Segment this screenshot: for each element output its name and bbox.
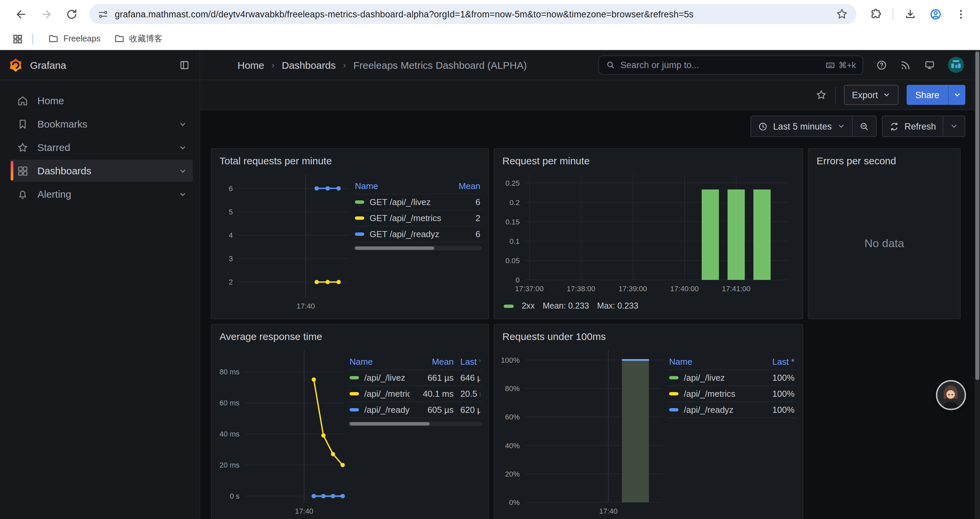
legend-column-header[interactable]: Last * xyxy=(460,357,480,367)
series-name[interactable]: 2xx xyxy=(522,301,535,311)
back-button[interactable] xyxy=(13,6,29,22)
series-swatch[interactable] xyxy=(355,200,364,204)
series-swatch[interactable] xyxy=(355,232,364,236)
refresh-icon xyxy=(889,121,899,131)
legend-column-header[interactable]: Last * xyxy=(764,357,795,367)
series-swatch[interactable] xyxy=(669,408,678,412)
url-text[interactable]: grafana.mathmast.com/d/deytv4rwavabkb/fr… xyxy=(115,9,830,19)
sidebar-item-alerting[interactable]: Alerting xyxy=(11,183,193,205)
series-name[interactable]: GET /api/_/metrics xyxy=(369,213,441,223)
legend-column-header[interactable]: Mean xyxy=(416,357,453,367)
sidebar-item-dashboards[interactable]: Dashboards xyxy=(11,160,193,182)
series-name[interactable]: /api/_/livez xyxy=(684,373,725,383)
panel-title[interactable]: Total requests per minute xyxy=(212,149,488,169)
brand-name[interactable]: Grafana xyxy=(30,59,66,70)
floating-avatar[interactable] xyxy=(936,380,966,410)
search-input[interactable]: Search or jump to... ⌘+k xyxy=(598,55,863,75)
data-point xyxy=(326,186,330,191)
chevron-down-icon[interactable] xyxy=(178,189,188,199)
zoom-out-button[interactable] xyxy=(852,116,876,136)
page-scrollbar[interactable] xyxy=(975,50,980,519)
legend-column-header[interactable]: Name xyxy=(355,181,444,191)
series-swatch[interactable] xyxy=(350,408,359,412)
apps-button[interactable] xyxy=(10,31,25,47)
chart-average-response-time[interactable]: 80 ms60 ms40 ms20 ms0 s17:40 xyxy=(215,345,348,518)
extensions-button[interactable] xyxy=(868,6,884,22)
series-swatch[interactable] xyxy=(669,376,678,379)
bookmark-star-icon[interactable] xyxy=(835,7,849,21)
forward-button[interactable] xyxy=(38,6,54,22)
legend-scrollbar[interactable] xyxy=(348,422,482,426)
share-button[interactable]: Share xyxy=(907,85,948,105)
screen: grafana.mathmast.com/d/deytv4rwavabkb/fr… xyxy=(0,0,980,519)
series-swatch[interactable] xyxy=(669,392,678,395)
series-name[interactable]: GET /api/_/livez xyxy=(369,197,431,207)
panel-average-response-time[interactable]: Average response time 80 ms60 ms40 ms20 … xyxy=(211,324,489,519)
chevron-down-icon xyxy=(883,91,891,99)
series-name[interactable]: /api/_/readyz xyxy=(684,405,733,415)
bookmark-label: Freeleaps xyxy=(64,34,100,43)
series-value: 2 xyxy=(451,213,480,223)
time-range-button[interactable]: Last 5 minutes xyxy=(751,116,852,136)
browser-toolbar: grafana.mathmast.com/d/deytv4rwavabkb/fr… xyxy=(0,0,980,28)
panel-title[interactable]: Errors per second xyxy=(808,149,960,169)
chevron-down-icon[interactable] xyxy=(178,119,188,129)
refresh-interval-button[interactable] xyxy=(943,116,965,136)
series-name[interactable]: /api/_/livez xyxy=(364,373,405,383)
chevron-down-icon[interactable] xyxy=(178,166,188,175)
chart-request-per-minute[interactable]: 0.250.20.150.10.05017:37:0017:38:0017:39… xyxy=(498,169,795,297)
bookmark-folder-blogs[interactable]: 收藏博客 xyxy=(107,30,169,47)
panel-request-per-minute[interactable]: Request per minute 0.250.20.150.10.05017… xyxy=(494,148,803,319)
x-axis-tick: 17:38:00 xyxy=(567,284,595,293)
series-name[interactable]: GET /api/_/readyz xyxy=(369,229,439,239)
downloads-button[interactable] xyxy=(902,6,918,22)
panel-title[interactable]: Average response time xyxy=(212,325,488,345)
panel-requests-under-100ms[interactable]: Requests under 100ms 100%80%60%40%20%0%1… xyxy=(494,324,803,519)
export-button[interactable]: Export xyxy=(844,85,899,105)
panel-title[interactable]: Request per minute xyxy=(494,149,803,169)
help-icon[interactable] xyxy=(876,59,887,70)
panel-total-requests-per-minute[interactable]: Total requests per minute 6543217:40 Nam… xyxy=(211,148,489,319)
chart-total-requests[interactable]: 6543217:40 xyxy=(215,169,353,313)
legend-column-header[interactable]: Name xyxy=(669,357,757,367)
breadcrumb-dashboards[interactable]: Dashboards xyxy=(282,59,336,70)
user-avatar[interactable] xyxy=(948,57,964,73)
breadcrumb-home[interactable]: Home xyxy=(237,59,264,70)
browser-menu-button[interactable] xyxy=(953,6,969,22)
chart-requests-under-100ms[interactable]: 100%80%60%40%20%0%17:40 xyxy=(498,345,668,518)
legend-row: GET /api/_/metrics2 xyxy=(353,211,482,227)
bar xyxy=(754,189,771,280)
series-swatch[interactable] xyxy=(504,304,514,308)
scrollbar-thumb[interactable] xyxy=(975,51,979,380)
series-name[interactable]: /api/_/metrics xyxy=(364,389,410,399)
bookmark-folder-freeleaps[interactable]: Freeleaps xyxy=(41,31,107,47)
chevron-down-icon[interactable] xyxy=(178,143,188,152)
legend-scrollbar[interactable] xyxy=(353,246,482,251)
profile-button[interactable] xyxy=(927,6,943,22)
panel-errors-per-second[interactable]: Errors per second No data xyxy=(808,148,961,319)
dock-sidebar-icon[interactable] xyxy=(179,59,190,70)
rss-icon[interactable] xyxy=(900,59,911,70)
folder-icon xyxy=(48,34,59,44)
series-name[interactable]: /api/_/metrics xyxy=(684,389,735,399)
sidebar-item-starred[interactable]: Starred xyxy=(11,136,193,158)
series-swatch[interactable] xyxy=(350,392,359,395)
legend-column-header[interactable]: Mean xyxy=(451,181,480,191)
legend-column-header[interactable]: Name xyxy=(350,357,410,367)
series-name[interactable]: /api/_/readyz xyxy=(364,405,410,415)
series-swatch[interactable] xyxy=(355,216,364,220)
panel-title[interactable]: Requests under 100ms xyxy=(494,325,803,345)
series-swatch[interactable] xyxy=(350,376,359,379)
site-settings-icon[interactable] xyxy=(97,8,109,20)
sidebar-item-bookmarks[interactable]: Bookmarks xyxy=(11,113,193,135)
sidebar-item-home[interactable]: Home xyxy=(11,89,193,112)
share-menu-button[interactable] xyxy=(948,85,965,105)
refresh-button[interactable]: Refresh xyxy=(882,116,943,136)
monitor-icon[interactable] xyxy=(924,59,935,70)
series-value: 100% xyxy=(764,373,795,383)
x-axis-tick: 17:37:00 xyxy=(515,284,544,293)
grafana-logo[interactable] xyxy=(9,58,23,72)
favorite-star-icon[interactable] xyxy=(815,89,827,101)
reload-button[interactable] xyxy=(64,6,80,22)
address-bar[interactable]: grafana.mathmast.com/d/deytv4rwavabkb/fr… xyxy=(89,4,857,24)
